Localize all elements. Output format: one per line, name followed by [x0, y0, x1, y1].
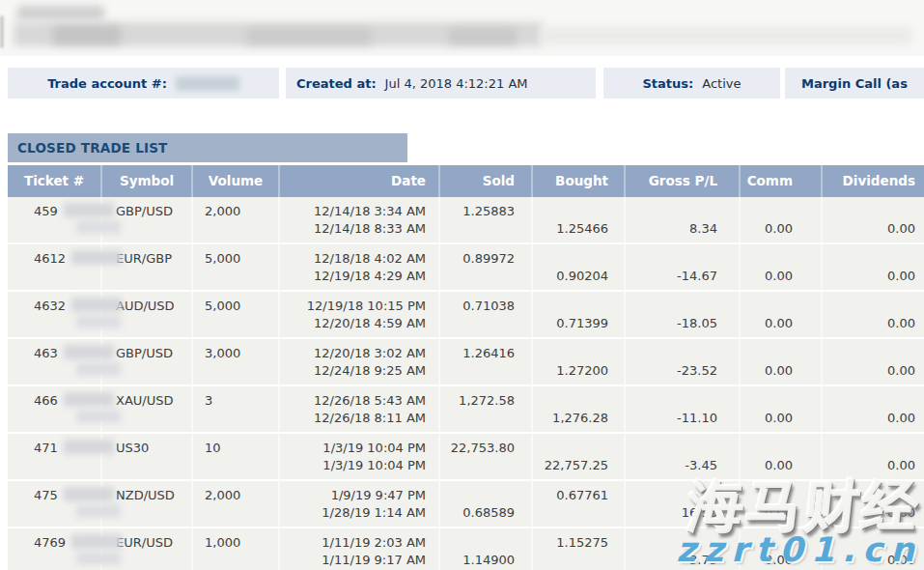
bought-cell: 1,276.28	[533, 386, 626, 432]
volume: 5,000	[205, 298, 278, 314]
trade-account-label: Trade account #:	[47, 76, 167, 91]
sold-price: 1.14900	[440, 552, 515, 568]
symbol: XAU/USD	[116, 392, 191, 409]
sold-price	[440, 457, 515, 473]
gross-pl: -23.52	[626, 362, 717, 379]
tab-closed-trade-list[interactable]: CLOSED TRADE LIST	[8, 133, 407, 162]
ticket-number: 463	[34, 346, 58, 360]
sold-cell: 1.26416	[440, 339, 533, 385]
sold-price	[440, 534, 515, 551]
comm-cell: 0.00	[741, 481, 823, 527]
ticket-cell: 4632	[8, 292, 102, 337]
ticket-cell: 4612	[8, 244, 102, 290]
ticket-number: 4769	[34, 535, 66, 550]
sold-price	[440, 315, 515, 331]
ticket-number: 4632	[34, 299, 66, 313]
dividends-cell: 0.00	[823, 292, 924, 337]
bought-price	[533, 440, 608, 456]
open-date: 12/20/18 3:02 AM	[280, 345, 426, 361]
status-label: Status:	[643, 76, 694, 91]
volume-cell: 10	[193, 434, 280, 479]
status-value: Active	[702, 76, 741, 91]
dividends: 0.00	[823, 410, 915, 426]
commission: 0.00	[741, 362, 793, 379]
column-header-date: Date	[280, 165, 440, 197]
dividends-cell: 0.00	[823, 481, 924, 527]
dividends-cell: 0.00	[823, 339, 924, 385]
close-date: 12/20/18 4:59 AM	[280, 315, 426, 331]
symbol: GBP/USD	[116, 345, 191, 361]
volume-cell: 2,000	[193, 197, 280, 242]
bought-price: 0.71399	[533, 315, 608, 331]
redacted-ticket-blur	[64, 440, 114, 454]
date-cell: 12/20/18 3:02 AM12/24/18 9:25 AM	[280, 339, 440, 385]
volume: 3,000	[205, 345, 278, 361]
symbol: EUR/USD	[116, 534, 191, 551]
volume-cell: 3	[193, 386, 280, 432]
comm-cell: 0.00	[741, 386, 823, 432]
close-date: 1/28/19 1:14 AM	[280, 504, 426, 521]
volume: 10	[205, 440, 278, 456]
bought-cell: 1.15275	[533, 528, 626, 570]
bought-cell: 0.67761	[533, 481, 626, 527]
redacted-account-number	[176, 76, 239, 91]
table-header-row: Ticket # Symbol Volume Date Sold Bought …	[8, 165, 924, 197]
ticket-cell: 475	[8, 481, 102, 527]
ticket-number: 466	[34, 393, 58, 408]
sold-cell: 1.14900	[440, 528, 533, 570]
column-header-bought: Bought	[533, 165, 626, 197]
open-date: 1/11/19 2:03 AM	[280, 534, 426, 551]
redacted-ticket-blur	[64, 392, 114, 407]
comm-cell: 0.00	[741, 434, 823, 479]
sold-price: 1.26416	[440, 345, 515, 361]
date-cell: 12/18/18 4:02 AM12/19/18 4:29 AM	[280, 244, 440, 290]
commission: 0.00	[741, 268, 793, 284]
ticket-cell: 471	[8, 434, 102, 479]
bought-price: 22,757.25	[533, 457, 608, 473]
ticket-cell: 466	[8, 386, 102, 432]
redacted-ticket-blur	[64, 203, 114, 217]
sold-cell: 0.68589	[440, 481, 533, 527]
comm-cell: 0.00	[741, 197, 823, 242]
bought-price	[533, 203, 608, 219]
commission: 0.00	[741, 315, 793, 331]
gross-pl-cell: -3.45	[626, 434, 741, 479]
date-cell: 1/11/19 2:03 AM1/11/19 9:17 AM	[280, 528, 440, 570]
volume: 2,000	[205, 203, 278, 219]
open-date: 12/18/18 4:02 AM	[280, 250, 426, 267]
table-row: 459GBP/USD 2,000 12/14/18 3:34 AM12/14/1…	[8, 197, 924, 244]
ticket-number: 4612	[34, 251, 66, 266]
symbol-cell: US30	[102, 434, 193, 479]
sold-price: 1.25883	[440, 203, 515, 219]
bought-cell: 1.25466	[533, 197, 626, 242]
symbol: NZD/USD	[116, 487, 191, 503]
sold-price	[440, 220, 515, 237]
column-header-comm: Comm	[741, 165, 823, 197]
gross-pl: -18.05	[626, 315, 717, 331]
ticket-number: 471	[34, 441, 58, 455]
table-row: 466XAU/USD 3 12/26/18 5:43 AM12/26/18 8:…	[8, 386, 924, 434]
redacted-ticket-blur	[71, 250, 122, 265]
volume: 3	[205, 392, 278, 409]
volume: 1,000	[205, 534, 278, 551]
sold-price	[440, 410, 515, 426]
margin-call-cell: Margin Call (as	[785, 68, 924, 99]
symbol: US30	[116, 440, 191, 456]
dividends: 0.00	[823, 552, 915, 568]
sold-cell: 22,753.80	[440, 434, 533, 479]
volume: 5,000	[205, 250, 278, 267]
bought-price: 1.25466	[533, 220, 608, 237]
bought-price: 0.67761	[533, 487, 608, 503]
column-header-ticket: Ticket #	[8, 165, 102, 197]
gross-pl: -11.10	[626, 410, 717, 426]
commission: 0.00	[741, 504, 793, 521]
dividends-cell: 0.00	[823, 244, 924, 290]
gross-pl: -14.67	[626, 268, 717, 284]
close-date: 12/19/18 4:29 AM	[280, 268, 426, 284]
dividends: 0.00	[823, 457, 915, 473]
table-body: 459GBP/USD 2,000 12/14/18 3:34 AM12/14/1…	[8, 197, 924, 570]
column-header-symbol: Symbol	[102, 165, 193, 197]
comm-cell: 0.00	[741, 292, 823, 337]
dividends-cell: 0.00	[823, 197, 924, 242]
open-date: 1/3/19 10:04 PM	[280, 440, 426, 456]
